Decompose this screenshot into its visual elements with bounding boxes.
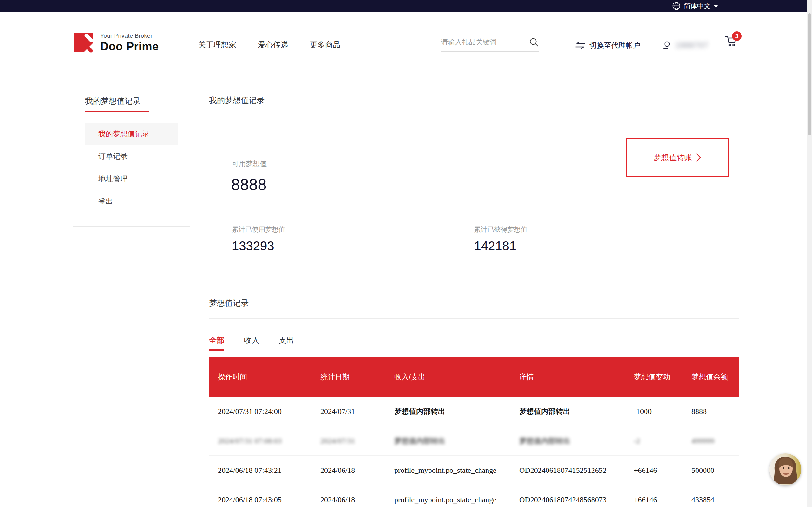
topbar: 简体中文 bbox=[0, 0, 812, 12]
earned-label: 累计已获得梦想值 bbox=[474, 225, 716, 234]
divider bbox=[232, 209, 716, 209]
transfer-label: 梦想值转账 bbox=[654, 153, 692, 163]
page-title: 我的梦想值记录 bbox=[209, 95, 264, 106]
earned-value: 142181 bbox=[474, 239, 716, 253]
cell-income-expense: profile_mypoint.po_state_change bbox=[394, 466, 519, 475]
cell-income-expense: 梦想值内部转出 bbox=[394, 436, 519, 446]
used-label: 累计已使用梦想值 bbox=[232, 225, 474, 234]
sidebar-item[interactable]: 地址管理 bbox=[85, 168, 178, 190]
sidebar-title: 我的梦想值记录 bbox=[85, 96, 178, 106]
cell-change: -2 bbox=[634, 437, 692, 445]
cell-operation-time: 2024/07/31 07:08:03 bbox=[218, 437, 320, 445]
cell-detail: OD20240618074152512652 bbox=[519, 466, 634, 475]
cell-detail: OD20240618074248568073 bbox=[519, 496, 634, 504]
cell-change: +66146 bbox=[634, 496, 692, 504]
table-row: 2024/06/18 07:43:05 2024/06/18 profile_m… bbox=[209, 485, 739, 507]
records-table: 操作时间统计日期收入/支出详情梦想值变动梦想值余额 2024/07/31 07:… bbox=[209, 357, 739, 507]
sidebar-item[interactable]: 我的梦想值记录 bbox=[85, 123, 178, 145]
scrollbar-thumb[interactable] bbox=[808, 13, 811, 135]
transfer-button[interactable]: 梦想值转账 bbox=[626, 138, 729, 177]
available-value: 8888 bbox=[231, 176, 266, 194]
cell-income-expense: 梦想值内部转出 bbox=[394, 406, 519, 416]
logo-text: Your Private Broker Doo Prime bbox=[100, 32, 159, 53]
records-tab[interactable]: 支出 bbox=[279, 335, 294, 351]
cell-balance: 8888 bbox=[692, 407, 739, 416]
cell-change: -1000 bbox=[634, 407, 692, 416]
doo-prime-logo[interactable]: Your Private Broker Doo Prime bbox=[73, 32, 159, 54]
sidebar: 我的梦想值记录 我的梦想值记录订单记录地址管理登出 bbox=[73, 81, 190, 227]
cell-operation-time: 2024/06/18 07:43:05 bbox=[218, 496, 320, 504]
language-selector[interactable]: 简体中文 bbox=[672, 0, 718, 12]
cell-detail: 梦想值内部转出 bbox=[519, 436, 634, 446]
records-tab[interactable]: 全部 bbox=[209, 335, 224, 351]
cell-change: +66146 bbox=[634, 466, 692, 475]
cell-operation-time: 2024/07/31 07:24:00 bbox=[218, 407, 320, 416]
cell-stat-date: 2024/07/31 bbox=[320, 407, 394, 416]
table-row: 2024/06/18 07:43:21 2024/06/18 profile_m… bbox=[209, 456, 739, 485]
table-header-cell: 统计日期 bbox=[320, 372, 394, 382]
stat-earned: 累计已获得梦想值 142181 bbox=[474, 225, 716, 253]
cell-operation-time: 2024/06/18 07:43:21 bbox=[218, 466, 320, 475]
table-header-cell: 操作时间 bbox=[218, 372, 320, 382]
cell-balance: 499999 bbox=[692, 437, 739, 445]
sidebar-item[interactable]: 订单记录 bbox=[85, 145, 178, 168]
records-section-title: 梦想值记录 bbox=[209, 298, 249, 308]
table-header-cell: 梦想值变动 bbox=[634, 372, 692, 382]
cell-income-expense: profile_mypoint.po_state_change bbox=[394, 496, 519, 504]
language-label: 简体中文 bbox=[684, 2, 711, 10]
stats-row: 累计已使用梦想值 133293 累计已获得梦想值 142181 bbox=[232, 225, 716, 253]
available-label: 可用梦想值 bbox=[232, 159, 267, 169]
main-content: 我的梦想值记录 可用梦想值 8888 梦想值转账 累计已使用梦想值 133293… bbox=[209, 0, 739, 507]
table-row: 2024/07/31 07:24:00 2024/07/31 梦想值内部转出 梦… bbox=[209, 397, 739, 426]
sidebar-title-underline bbox=[85, 111, 149, 112]
logo-tagline: Your Private Broker bbox=[100, 33, 159, 39]
sidebar-menu: 我的梦想值记录订单记录地址管理登出 bbox=[73, 123, 190, 213]
logo-mark-icon bbox=[73, 32, 95, 54]
cell-detail: 梦想值内部转出 bbox=[519, 406, 634, 416]
chat-avatar[interactable] bbox=[769, 453, 801, 485]
table-header-cell: 详情 bbox=[519, 372, 634, 382]
cell-balance: 433854 bbox=[692, 496, 739, 504]
table-body: 2024/07/31 07:24:00 2024/07/31 梦想值内部转出 梦… bbox=[209, 397, 739, 507]
records-tab[interactable]: 收入 bbox=[244, 335, 259, 351]
logo-brand: Doo Prime bbox=[100, 40, 159, 53]
cell-stat-date: 2024/07/31 bbox=[320, 437, 394, 445]
records-tabs: 全部收入支出 bbox=[209, 333, 739, 351]
divider bbox=[209, 319, 739, 319]
sidebar-item[interactable]: 登出 bbox=[85, 190, 178, 213]
globe-icon bbox=[672, 2, 681, 10]
table-row: 2024/07/31 07:08:03 2024/07/31 梦想值内部转出 梦… bbox=[209, 426, 739, 456]
chevron-right-icon bbox=[696, 153, 701, 162]
stat-used: 累计已使用梦想值 133293 bbox=[232, 225, 474, 253]
cell-stat-date: 2024/06/18 bbox=[320, 496, 394, 504]
table-header-cell: 收入/支出 bbox=[394, 372, 519, 382]
chevron-down-icon bbox=[714, 5, 718, 8]
cell-balance: 500000 bbox=[692, 466, 739, 475]
cell-stat-date: 2024/06/18 bbox=[320, 466, 394, 475]
divider bbox=[209, 119, 739, 119]
dream-value-summary-card: 可用梦想值 8888 梦想值转账 累计已使用梦想值 133293 累计已获得梦想… bbox=[209, 131, 739, 280]
table-header-row: 操作时间统计日期收入/支出详情梦想值变动梦想值余额 bbox=[209, 357, 739, 397]
used-value: 133293 bbox=[232, 239, 474, 253]
scrollbar-track[interactable] bbox=[807, 0, 812, 507]
table-header-cell: 梦想值余额 bbox=[692, 372, 739, 382]
